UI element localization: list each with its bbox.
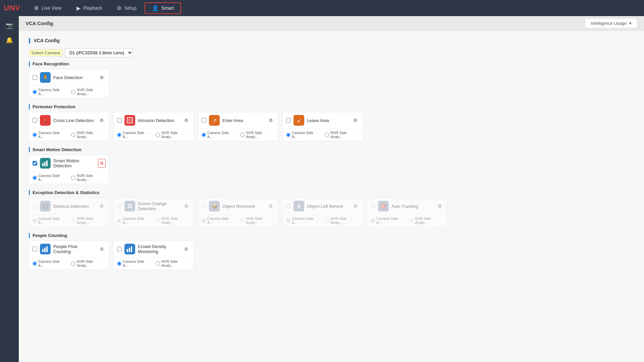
cross-line-nvr-radio[interactable]	[71, 133, 75, 137]
smart-motion-camera-side[interactable]: Camera Side A...	[33, 174, 66, 182]
enter-area-gear-icon[interactable]: ⚙	[267, 116, 275, 125]
intrusion-icon	[124, 115, 135, 126]
intrusion-nvr-side[interactable]: NVR Side Analy...	[156, 131, 190, 139]
enter-area-camera-radio[interactable]	[202, 133, 206, 137]
main-content: VCA Config Intelligence Usage ▾ VCA Conf…	[19, 16, 644, 362]
nav-item-smart[interactable]: 👤 Smart	[145, 2, 181, 14]
crowd-density-camera-radio[interactable]	[117, 261, 121, 266]
face-detection-camera-side[interactable]: Camera Side A...	[33, 88, 66, 96]
nav-item-setup[interactable]: ⚙ Setup	[110, 2, 143, 14]
intrusion-nvr-radio[interactable]	[156, 133, 160, 137]
face-detection-checkbox[interactable]	[33, 75, 37, 80]
nav-item-playback[interactable]: ▶ Playback	[70, 2, 109, 14]
page-header: VCA Config Intelligence Usage ▾	[19, 16, 644, 31]
object-removed-label: Object Removed	[222, 204, 264, 209]
auto-tracking-camera-radio	[371, 219, 375, 223]
nav-label-live-view: Live View	[42, 5, 62, 11]
people-flow-camera-side[interactable]: Camera Side A...	[33, 259, 66, 267]
leave-area-camera-side[interactable]: Camera Side A...	[286, 131, 319, 139]
face-detection-footer: Camera Side A... NVR Side Analy...	[29, 86, 109, 98]
monitor-icon: 🖥	[34, 5, 39, 11]
object-removed-gear-icon[interactable]: ⚙	[267, 202, 275, 210]
face-detection-nvr-side[interactable]: NVR Side Analy...	[71, 88, 106, 96]
face-detection-gear-icon[interactable]: ⚙	[98, 73, 106, 82]
crowd-density-nvr-side[interactable]: NVR Side Analy...	[156, 259, 190, 267]
face-detection-camera-radio[interactable]	[33, 90, 37, 94]
crowd-density-nvr-radio[interactable]	[156, 261, 160, 266]
section-bar	[29, 38, 30, 44]
object-left-behind-card: 🗑 Object Left Behind ⚙ Camera Side A...	[282, 198, 363, 227]
intrusion-camera-side[interactable]: Camera Side A...	[117, 131, 150, 139]
object-removed-camera-side: Camera Side A...	[202, 217, 235, 225]
people-flow-footer: Camera Side A... NVR Side Analy...	[29, 257, 109, 269]
auto-tracking-nvr-radio	[409, 219, 414, 223]
smart-motion-gear-icon[interactable]: ⚙	[98, 159, 106, 168]
people-counting-cards: People Flow Counting ⚙ Camera Side A... …	[29, 241, 634, 270]
intrusion-checkbox[interactable]	[117, 118, 122, 123]
enter-area-checkbox[interactable]	[202, 118, 206, 123]
smart-motion-nvr-radio[interactable]	[71, 176, 75, 180]
leave-area-camera-radio[interactable]	[286, 133, 290, 137]
scene-change-gear-icon[interactable]: ⚙	[182, 202, 190, 210]
enter-area-camera-side[interactable]: Camera Side A...	[202, 131, 235, 139]
scene-change-checkbox[interactable]	[117, 204, 122, 208]
leave-area-checkbox[interactable]	[286, 118, 291, 123]
svg-rect-5	[44, 248, 46, 252]
auto-tracking-footer: Camera Side A... NVR Side Analy...	[367, 215, 447, 227]
defocus-gear-icon[interactable]: ⚙	[98, 202, 106, 210]
leave-area-nvr-radio[interactable]	[325, 133, 329, 137]
intelligence-usage-button[interactable]: Intelligence Usage ▾	[585, 18, 637, 28]
face-detection-nvr-radio[interactable]	[71, 90, 75, 94]
defocus-checkbox[interactable]	[33, 204, 37, 208]
smart-motion-checkbox[interactable]	[33, 161, 37, 166]
exception-detection-section: Exception Detection & Statistics 🔘 Defoc…	[29, 190, 634, 227]
object-left-gear-icon[interactable]: ⚙	[352, 202, 359, 210]
crowd-density-gear-icon[interactable]: ⚙	[182, 245, 190, 253]
auto-tracking-checkbox[interactable]	[371, 204, 375, 208]
smart-motion-camera-radio[interactable]	[33, 176, 37, 180]
vca-config-header: VCA Config	[29, 38, 634, 44]
object-removed-header: 📦 Object Removed ⚙	[198, 198, 278, 215]
object-removed-footer: Camera Side A... NVR Side Analy...	[198, 215, 278, 227]
people-flow-gear-icon[interactable]: ⚙	[98, 245, 106, 253]
cross-line-camera-radio[interactable]	[33, 133, 37, 137]
defocus-header: 🔘 Defocus Detection ⚙	[29, 198, 109, 215]
intrusion-camera-radio[interactable]	[117, 133, 121, 137]
leave-area-nvr-side[interactable]: NVR Side Analy...	[325, 131, 359, 139]
crowd-density-checkbox[interactable]	[117, 247, 122, 251]
object-removed-checkbox[interactable]	[202, 204, 206, 208]
nav-item-live-view[interactable]: 🖥 Live View	[27, 2, 68, 14]
svg-rect-1	[42, 163, 44, 166]
sidebar-item-alert[interactable]: 🔔	[3, 34, 16, 47]
nav-label-smart: Smart	[161, 5, 174, 11]
svg-rect-2	[44, 162, 46, 166]
cross-line-checkbox[interactable]	[33, 118, 37, 123]
auto-tracking-gear-icon[interactable]: ⚙	[436, 202, 444, 210]
people-flow-camera-radio[interactable]	[33, 261, 37, 266]
auto-tracking-icon: 🎯	[378, 201, 389, 212]
crowd-density-camera-side[interactable]: Camera Side A...	[117, 259, 150, 267]
camera-select[interactable]: D1 (IPC325S8 2.8mm Lens)	[65, 48, 133, 57]
enter-area-nvr-side[interactable]: NVR Side Analy...	[240, 131, 275, 139]
leave-area-gear-icon[interactable]: ⚙	[352, 116, 359, 125]
face-recognition-section: Face Recognition 🧍 Face Detection ⚙	[29, 61, 634, 98]
cross-line-camera-side[interactable]: Camera Side A...	[33, 131, 66, 139]
enter-area-header: ↗ Enter Area ⚙	[198, 112, 278, 129]
smart-motion-icon	[40, 158, 51, 169]
enter-area-nvr-radio[interactable]	[240, 133, 245, 137]
logo: UNV	[4, 2, 20, 14]
intrusion-gear-icon[interactable]: ⚙	[182, 116, 190, 125]
people-flow-nvr-radio[interactable]	[71, 261, 75, 266]
cross-line-gear-icon[interactable]: ⚙	[98, 116, 106, 125]
svg-rect-6	[46, 246, 48, 252]
people-flow-checkbox[interactable]	[33, 247, 37, 251]
scene-change-label: Scene Change Detection	[138, 201, 180, 211]
object-left-checkbox[interactable]	[286, 204, 291, 208]
cross-line-nvr-side[interactable]: NVR Side Analy...	[71, 131, 106, 139]
object-left-header: 🗑 Object Left Behind ⚙	[283, 198, 363, 215]
people-flow-nvr-side[interactable]: NVR Side Analy...	[71, 259, 106, 267]
sidebar-item-camera[interactable]: 📷	[3, 19, 16, 32]
select-camera-row: Select Camera D1 (IPC325S8 2.8mm Lens)	[29, 48, 634, 57]
smart-motion-nvr-side[interactable]: NVR Side Analy...	[71, 174, 106, 182]
perimeter-protection-title: Perimeter Protection	[29, 104, 634, 109]
